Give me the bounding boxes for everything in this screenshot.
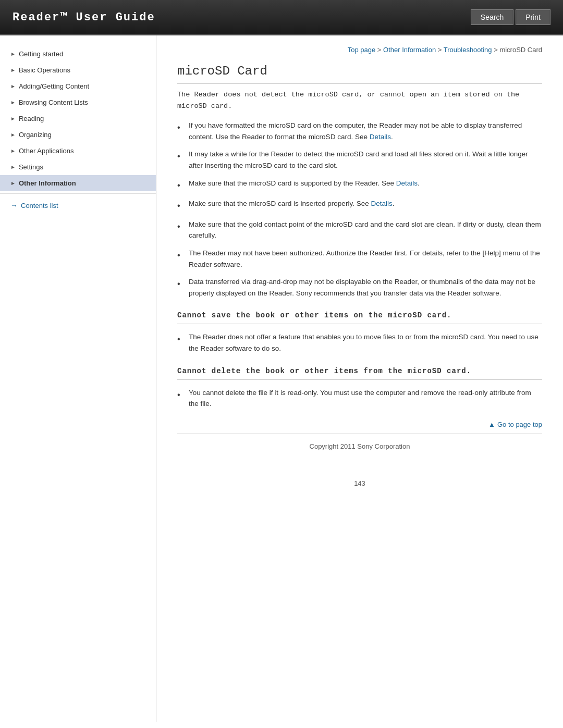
list-item-text: It may take a while for the Reader to de… [189,149,542,171]
list-item: • If you have formatted the microSD card… [177,120,542,142]
chevron-right-icon: ► [10,132,16,138]
chevron-right-icon: ► [10,164,16,170]
problem1-bullet-list: • If you have formatted the microSD card… [177,120,542,299]
details-link[interactable]: Details [370,133,391,141]
list-item-text: The Reader may not have been authorized.… [189,248,542,270]
list-item-text: If you have formatted the microSD card o… [189,120,542,142]
list-item-text: Data transferred via drag-and-drop may n… [189,276,542,299]
chevron-right-icon: ► [10,148,16,154]
sidebar-item-label: Getting started [19,50,63,58]
bullet-icon: • [177,220,185,233]
breadcrumb-sep2: > [436,46,444,54]
problem3-heading: Cannot delete the book or other items fr… [177,367,542,380]
list-item-text: You cannot delete the file if it is read… [189,387,542,410]
bullet-icon: • [177,121,185,134]
chevron-right-icon: ► [10,83,16,89]
sidebar-item-reading[interactable]: ► Reading [0,110,156,127]
footer-copyright: Copyright 2011 Sony Corporation [310,442,410,450]
bullet-icon: • [177,332,185,346]
layout: ► Getting started ► Basic Operations ► A… [0,35,563,722]
page-title: microSD Card [177,64,542,84]
footer: Copyright 2011 Sony Corporation [177,434,542,459]
list-item: • It may take a while for the Reader to … [177,149,542,171]
problem1-heading: The Reader does not detect the microSD c… [177,89,542,112]
list-item-text: Make sure that the gold contact point of… [189,219,542,241]
sidebar-item-browsing[interactable]: ► Browsing Content Lists [0,94,156,110]
list-item: • The Reader does not offer a feature th… [177,331,542,354]
goto-top-link[interactable]: ▲Go to page top [488,421,542,428]
contents-list-link[interactable]: → Contents list [0,196,156,215]
list-item-text: Make sure that the microSD card is inser… [189,198,394,209]
list-item: • Make sure that the microSD card is sup… [177,178,542,192]
page-number: 143 [177,479,542,498]
problem3-bullet-list: • You cannot delete the file if it is re… [177,387,542,410]
print-button[interactable]: Print [516,9,550,25]
header-buttons: Search Print [471,9,550,25]
sidebar-item-label: Browsing Content Lists [19,98,88,106]
breadcrumb-top-page[interactable]: Top page [348,46,376,54]
chevron-right-icon: ► [10,180,16,186]
list-item: • Make sure that the microSD card is ins… [177,198,542,213]
problem2-heading: Cannot save the book or other items on t… [177,311,542,324]
contents-list-label: Contents list [21,202,58,209]
main-content: Top page > Other Information > Troublesh… [156,35,563,722]
bullet-icon: • [177,150,185,163]
sidebar-item-label: Other Applications [19,147,74,155]
triangle-up-icon: ▲ [488,421,495,428]
list-item-text: Make sure that the microSD card is suppo… [189,178,420,189]
details-link[interactable]: Details [371,200,392,207]
breadcrumb: Top page > Other Information > Troublesh… [177,46,542,54]
search-button[interactable]: Search [471,9,513,25]
chevron-right-icon: ► [10,51,16,57]
breadcrumb-sep1: > [375,46,383,54]
sidebar-item-label: Organizing [19,131,52,139]
sidebar-item-adding-content[interactable]: ► Adding/Getting Content [0,78,156,94]
list-item: • Data transferred via drag-and-drop may… [177,276,542,299]
chevron-right-icon: ► [10,100,16,105]
sidebar-item-label: Other Information [19,179,76,187]
list-item: • Make sure that the gold contact point … [177,219,542,241]
bullet-icon: • [177,249,185,262]
list-item-text: The Reader does not offer a feature that… [189,331,542,354]
breadcrumb-troubleshooting[interactable]: Troubleshooting [444,46,492,54]
list-item: • The Reader may not have been authorize… [177,248,542,270]
bullet-icon: • [177,199,185,213]
chevron-right-icon: ► [10,67,16,73]
sidebar-item-label: Reading [19,115,44,122]
details-link[interactable]: Details [396,179,418,187]
goto-top-label: Go to page top [497,421,542,428]
bullet-icon: • [177,277,185,291]
bullet-icon: • [177,388,185,402]
list-item: • You cannot delete the file if it is re… [177,387,542,410]
sidebar-item-settings[interactable]: ► Settings [0,159,156,175]
header: Reader™ User Guide Search Print [0,0,563,35]
chevron-right-icon: ► [10,116,16,121]
bullet-icon: • [177,179,185,192]
header-title: Reader™ User Guide [13,11,155,24]
sidebar-item-label: Adding/Getting Content [19,82,89,90]
breadcrumb-current: microSD Card [499,46,542,54]
sidebar: ► Getting started ► Basic Operations ► A… [0,35,156,722]
sidebar-item-label: Basic Operations [19,66,70,74]
sidebar-item-other-applications[interactable]: ► Other Applications [0,143,156,159]
sidebar-item-label: Settings [19,163,43,171]
sidebar-item-basic-operations[interactable]: ► Basic Operations [0,62,156,78]
sidebar-item-organizing[interactable]: ► Organizing [0,127,156,143]
arrow-right-icon: → [10,201,18,209]
sidebar-item-getting-started[interactable]: ► Getting started [0,46,156,62]
sidebar-item-other-information[interactable]: ► Other Information [0,175,156,191]
breadcrumb-other-info[interactable]: Other Information [383,46,436,54]
problem2-bullet-list: • The Reader does not offer a feature th… [177,331,542,354]
breadcrumb-sep3: > [492,46,500,54]
goto-top-container: ▲Go to page top [177,420,542,428]
